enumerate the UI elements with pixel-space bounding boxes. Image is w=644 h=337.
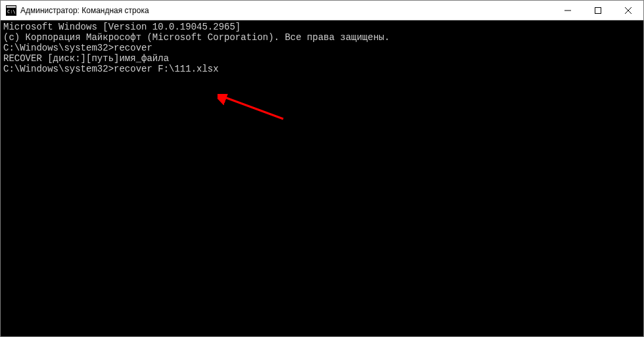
close-button[interactable]	[613, 1, 643, 20]
svg-rect-4	[595, 8, 601, 14]
window-title: Администратор: Командная строка	[20, 6, 553, 15]
terminal-line: C:\Windows\system32>recover	[3, 43, 641, 53]
terminal-line: RECOVER [диск:][путь]имя_файла	[3, 53, 641, 64]
cmd-icon: C:\	[6, 5, 16, 16]
svg-rect-1	[7, 6, 16, 8]
terminal-line: Microsoft Windows [Version 10.0.19045.29…	[3, 22, 641, 32]
minimize-button[interactable]	[553, 1, 583, 20]
annotation-arrow-icon	[218, 94, 290, 129]
terminal-line: (c) Корпорация Майкрософт (Microsoft Cor…	[3, 32, 641, 43]
maximize-button[interactable]	[583, 1, 613, 20]
window-controls	[553, 1, 643, 20]
terminal-line: C:\Windows\system32>recover F:\111.xlsx	[3, 64, 641, 74]
command-prompt-window: C:\ Администратор: Командная строка Micr…	[0, 0, 644, 337]
terminal-area[interactable]: Microsoft Windows [Version 10.0.19045.29…	[1, 20, 643, 336]
titlebar[interactable]: C:\ Администратор: Командная строка	[1, 1, 643, 20]
svg-line-8	[223, 97, 283, 119]
svg-text:C:\: C:\	[7, 9, 16, 14]
